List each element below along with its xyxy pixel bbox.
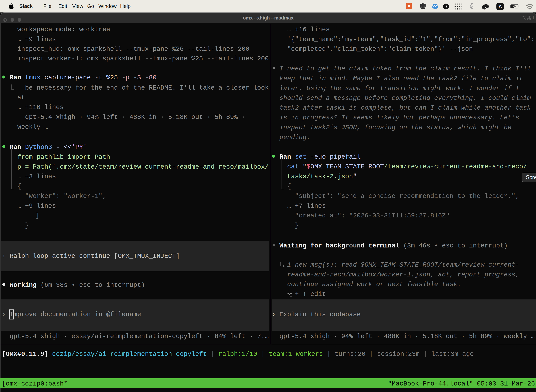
- svg-text:1: 1: [532, 15, 535, 20]
- svg-text:..61: ..61: [483, 6, 488, 9]
